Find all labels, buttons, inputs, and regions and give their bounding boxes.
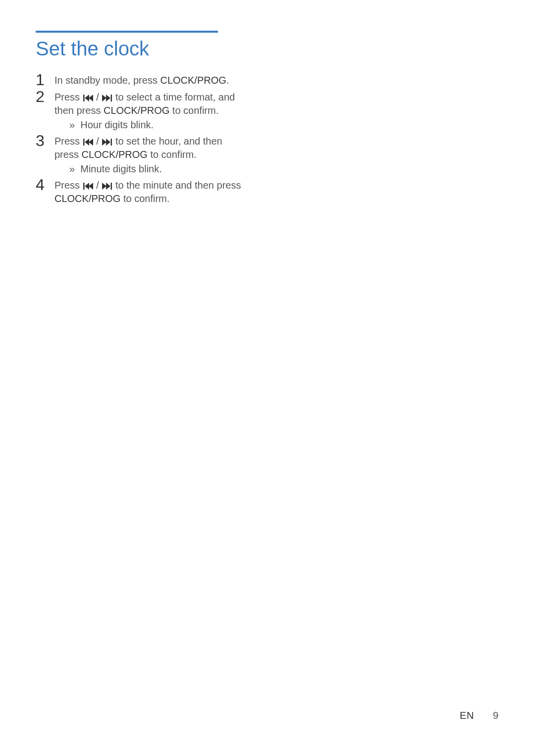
text-fragment: to confirm.	[120, 193, 169, 204]
button-label: CLOCK/PROG	[81, 149, 147, 160]
language-code: EN	[460, 710, 474, 721]
text-fragment: Press	[54, 92, 83, 102]
heading-rule	[36, 31, 218, 33]
button-label: CLOCK/PROG	[54, 193, 120, 204]
text-fragment: In standby mode, press	[54, 75, 160, 86]
step-text: Press / to set the hour, and then press …	[54, 134, 244, 176]
text-fragment: /	[94, 180, 102, 191]
text-fragment: to confirm.	[169, 105, 218, 116]
text-fragment: /	[94, 92, 102, 102]
prev-track-icon	[83, 95, 93, 101]
text-fragment: to the minute and then press	[112, 180, 241, 191]
step-number: 2	[36, 89, 54, 104]
step-number: 4	[36, 177, 54, 193]
steps-list: 1 In standby mode, press CLOCK/PROG. 2 P…	[36, 73, 244, 205]
text-fragment: /	[94, 136, 102, 147]
sub-note: » Minute digits blink.	[54, 162, 244, 176]
text-fragment: .	[226, 75, 229, 86]
step-text: Press / to select a time format, and the…	[54, 90, 244, 132]
page-content: Set the clock 1 In standby mode, press C…	[0, 0, 535, 205]
step-1: 1 In standby mode, press CLOCK/PROG.	[36, 73, 244, 88]
section-heading: Set the clock	[36, 38, 499, 60]
sub-note-text: Minute digits blink.	[80, 163, 162, 174]
step-4: 4 Press / to the minute and then press C…	[36, 178, 244, 205]
prev-track-icon	[83, 139, 93, 146]
step-2: 2 Press / to select a time format, and t…	[36, 90, 244, 132]
next-track-icon	[102, 95, 112, 101]
step-text: In standby mode, press CLOCK/PROG.	[54, 73, 229, 87]
text-fragment: Press	[54, 136, 83, 147]
page-number: 9	[493, 710, 498, 721]
prev-track-icon	[83, 183, 93, 190]
page-footer: EN 9	[460, 710, 498, 721]
next-track-icon	[102, 139, 112, 146]
sub-note: » Hour digits blink.	[54, 118, 244, 132]
next-track-icon	[102, 183, 112, 190]
button-label: CLOCK/PROG	[104, 105, 169, 116]
button-label: CLOCK/PROG	[160, 75, 226, 86]
sub-note-text: Hour digits blink.	[80, 119, 154, 130]
text-fragment: Press	[54, 180, 83, 191]
text-fragment: to confirm.	[148, 149, 197, 160]
step-text: Press / to the minute and then press CLO…	[54, 178, 244, 205]
step-number: 1	[36, 72, 54, 88]
step-number: 3	[36, 133, 54, 149]
step-3: 3 Press / to set the hour, and then pres…	[36, 134, 244, 176]
